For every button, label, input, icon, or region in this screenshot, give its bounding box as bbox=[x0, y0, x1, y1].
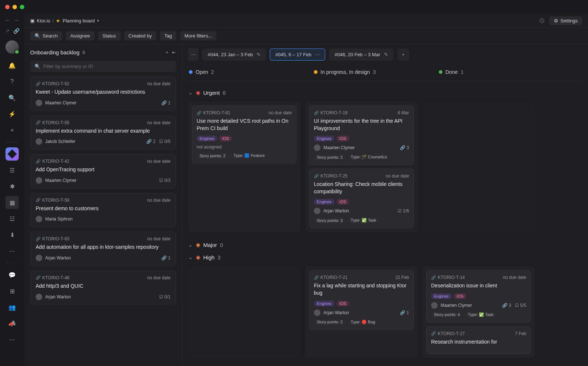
issue-card[interactable]: 🔗 KTORIO-T-61no due dateUse more detaile… bbox=[192, 105, 297, 164]
board-column[interactable]: 🔗 KTORIO-T-2122 FebFix a lag while start… bbox=[305, 266, 417, 358]
download-button[interactable]: ⬇ bbox=[6, 228, 19, 241]
backlog-filter-input[interactable]: 🔍 bbox=[30, 61, 176, 72]
pencil-icon[interactable]: ✎ bbox=[384, 52, 388, 57]
backlog-filter-field[interactable] bbox=[43, 64, 172, 69]
status-column-header[interactable]: Open2 bbox=[189, 69, 299, 75]
issue-card[interactable]: 🔗 KTORIO-T-63no due dateAdd automation f… bbox=[30, 232, 176, 266]
board-column[interactable]: 🔗 KTORIO-T-196 MarUI improvements for th… bbox=[305, 102, 417, 232]
issue-card[interactable]: 🔗 KTORIO-T-277 FebResearch instrumentati… bbox=[426, 326, 531, 354]
bolt-button[interactable]: ⚡ bbox=[6, 107, 19, 121]
attachment-count: 🔗 1 bbox=[161, 100, 171, 105]
open-external-icon[interactable]: ↗ bbox=[5, 28, 10, 34]
asterisk-button[interactable]: ✱ bbox=[6, 180, 19, 193]
rail-search-button[interactable]: 🔍 bbox=[6, 91, 19, 104]
minimize-window-icon[interactable] bbox=[12, 5, 17, 9]
user-avatar[interactable] bbox=[6, 40, 19, 54]
close-window-icon[interactable] bbox=[5, 5, 10, 9]
issue-card[interactable]: 🔗 KTORIO-T-2122 FebFix a lag while start… bbox=[309, 270, 414, 330]
tag[interactable]: Engines bbox=[314, 136, 334, 141]
more-icon[interactable]: ⋯ bbox=[315, 52, 320, 57]
priority-icon: ◉ bbox=[196, 242, 200, 248]
assignee: Jakob Schleifer bbox=[45, 139, 75, 144]
tag[interactable]: iOS bbox=[454, 293, 466, 299]
issue-card[interactable]: 🔗 KTORIO-T-25no due dateLocation Sharing… bbox=[309, 169, 414, 228]
issue-title: Add OpenTracing support bbox=[36, 166, 171, 173]
issue-card[interactable]: 🔗 KTORIO-T-196 MarUI improvements for th… bbox=[309, 105, 414, 165]
tag[interactable]: Engines bbox=[314, 199, 334, 205]
board-view-button[interactable]: ▦ bbox=[6, 196, 19, 209]
backlog-title: Onboarding backlog bbox=[30, 49, 79, 55]
tag[interactable]: iOS bbox=[337, 301, 349, 306]
add-sprint-button[interactable]: + bbox=[397, 49, 410, 61]
search-icon: 🔍 bbox=[35, 64, 40, 69]
status-column-header[interactable]: In progress, In design3 bbox=[314, 69, 424, 75]
docs-button[interactable]: ☳ bbox=[6, 212, 19, 225]
issue-card[interactable]: 🔗 KTORIO-T-52no due dateKweet - Update u… bbox=[30, 76, 176, 111]
add-issue-button[interactable]: + bbox=[165, 50, 168, 55]
board-column[interactable] bbox=[188, 266, 300, 358]
add-button[interactable]: ＋ bbox=[6, 123, 19, 137]
tag[interactable]: iOS bbox=[337, 136, 349, 141]
subtask-count: ☑ 0/1 bbox=[159, 294, 171, 299]
issue-card[interactable]: 🔗 KTORIO-T-59no due datePresent demo to … bbox=[30, 193, 176, 227]
maximize-window-icon[interactable] bbox=[20, 5, 24, 9]
filter-chip[interactable]: Status bbox=[98, 31, 121, 40]
settings-button[interactable]: ⚙ Settings bbox=[549, 16, 582, 25]
priority-section-header[interactable]: ⌄◉Major0 bbox=[188, 238, 582, 251]
tag[interactable]: iOS bbox=[337, 199, 349, 205]
tag[interactable]: iOS bbox=[219, 136, 232, 141]
issue-card[interactable]: 🔗 KTORIO-T-48no due dateAdd http/3 and Q… bbox=[30, 270, 176, 305]
help-button[interactable]: ? bbox=[6, 75, 19, 88]
story-points: Story points: 4 bbox=[431, 312, 463, 318]
info-icon[interactable]: ⓘ bbox=[539, 18, 544, 24]
filter-chip[interactable]: Assignee bbox=[66, 31, 94, 40]
sprint-chip[interactable]: #044, 23 Jan – 3 Feb✎ bbox=[202, 49, 266, 61]
notifications-button[interactable]: 🔔 bbox=[6, 59, 19, 72]
board-column[interactable]: 🔗 KTORIO-T-61no due dateUse more detaile… bbox=[188, 102, 300, 232]
filter-chip[interactable]: Created by bbox=[124, 31, 157, 40]
issue-card[interactable]: 🔗 KTORIO-T-42no due dateAdd OpenTracing … bbox=[30, 154, 176, 189]
story-points: Story points: 2 bbox=[314, 319, 345, 325]
due-date: no due date bbox=[147, 236, 171, 241]
issue-card[interactable]: 🔗 KTORIO-T-14no due dateDeserialization … bbox=[426, 270, 531, 323]
tag[interactable]: Engines bbox=[431, 293, 452, 299]
filter-chip[interactable]: More filters... bbox=[180, 31, 216, 40]
apps-button[interactable]: ⊞ bbox=[6, 284, 19, 298]
priority-section-header[interactable]: ⌄◉High3 bbox=[188, 251, 582, 263]
gear-icon: ⚙ bbox=[554, 18, 558, 24]
nav-back-icon[interactable]: ← bbox=[5, 17, 11, 24]
list-view-button[interactable]: ☰ bbox=[6, 164, 19, 177]
tag[interactable]: Engines bbox=[197, 136, 217, 141]
link-icon[interactable]: 🔗 bbox=[13, 28, 19, 34]
status-row: Open2In progress, In design3Done1 bbox=[188, 66, 582, 81]
chevron-down-icon[interactable]: ▾ bbox=[97, 18, 99, 23]
status-column-header[interactable]: Done1 bbox=[439, 69, 463, 75]
subtask-count: ☑ 5/5 bbox=[515, 303, 526, 308]
sprint-menu-button[interactable]: ⋯ bbox=[188, 48, 198, 61]
overflow-button[interactable]: ⋯ bbox=[6, 333, 19, 346]
issue-type: Type: 🔴 Bug bbox=[348, 319, 378, 325]
due-date: 22 Feb bbox=[395, 275, 409, 280]
announce-button[interactable]: 📣 bbox=[6, 317, 19, 330]
star-icon[interactable]: ★ bbox=[56, 18, 60, 24]
sprint-chip[interactable]: #045, 6 – 17 Feb⋯ bbox=[270, 49, 325, 61]
project-link[interactable]: Ktor.io bbox=[37, 18, 50, 24]
tag[interactable]: Engines bbox=[314, 301, 334, 306]
nav-forward-icon[interactable]: → bbox=[14, 17, 19, 24]
more-rail-button[interactable]: ⋯ bbox=[6, 244, 19, 258]
sprint-bar: ⋯ #044, 23 Jan – 3 Feb✎#045, 6 – 17 Feb⋯… bbox=[188, 48, 582, 61]
chat-button[interactable]: 💬 bbox=[6, 268, 19, 281]
board-column[interactable]: 🔗 KTORIO-T-14no due dateDeserialization … bbox=[423, 266, 535, 358]
collapse-backlog-button[interactable]: ⇤ bbox=[172, 50, 176, 55]
pencil-icon[interactable]: ✎ bbox=[257, 52, 261, 57]
priority-section-header[interactable]: ⌄◉Urgent6 bbox=[188, 86, 582, 99]
due-date: no due date bbox=[269, 110, 292, 115]
board-column[interactable] bbox=[423, 102, 535, 232]
search-filter[interactable]: 🔍 Search bbox=[30, 31, 62, 40]
sprint-chip[interactable]: #046, 20 Feb – 3 Mar✎ bbox=[329, 49, 393, 61]
team-button[interactable]: 👥 bbox=[6, 301, 19, 314]
issue-type: Type: 🟦 Feature bbox=[230, 152, 268, 159]
issue-card[interactable]: 🔗 KTORIO-T-55no due dateImplement extra … bbox=[30, 115, 176, 150]
filter-chip[interactable]: Tag bbox=[160, 31, 176, 40]
workspace-logo[interactable] bbox=[6, 147, 19, 161]
